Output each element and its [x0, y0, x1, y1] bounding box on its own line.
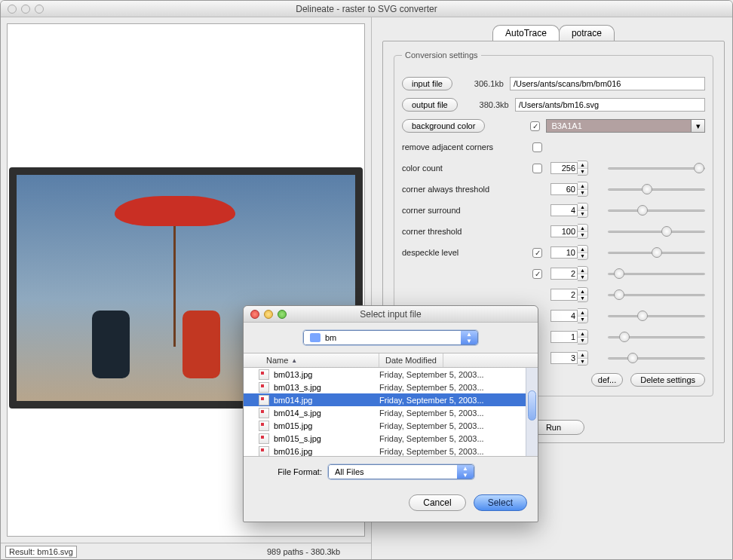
stepper-buttons[interactable]: ▲▼: [578, 245, 588, 260]
setting-label: corner always threshold: [402, 185, 526, 194]
background-color-checkbox[interactable]: [530, 121, 540, 131]
setting-value[interactable]: [551, 225, 578, 237]
setting-value[interactable]: [551, 183, 578, 195]
file-icon: [259, 382, 269, 393]
file-row[interactable]: bm016.jpgFriday, September 5, 2003...: [244, 445, 538, 457]
combo-arrows-icon[interactable]: ▲▼: [457, 465, 474, 479]
stepper-buttons[interactable]: ▲▼: [578, 287, 588, 302]
stepper-buttons[interactable]: ▲▼: [578, 161, 588, 176]
titlebar: Delineate - raster to SVG converter: [1, 1, 732, 17]
conversion-settings-legend: Conversion settings: [402, 50, 481, 60]
setting-value[interactable]: [551, 268, 578, 280]
file-name: bm013.jpg: [274, 370, 379, 379]
stepper-buttons[interactable]: ▲▼: [578, 266, 588, 281]
file-name: bm013_s.jpg: [274, 383, 379, 392]
file-date: Friday, September 5, 2003...: [379, 447, 484, 456]
file-row[interactable]: bm015_s.jpgFriday, September 5, 2003...: [244, 432, 538, 445]
output-file-button[interactable]: output file: [402, 98, 458, 112]
background-color-button[interactable]: background color: [402, 119, 485, 133]
window-title: Delineate - raster to SVG converter: [1, 4, 732, 14]
setting-value[interactable]: [551, 162, 578, 174]
paths-label: 989 paths - 380.3kb: [267, 547, 340, 556]
stepper-buttons[interactable]: ▲▼: [578, 203, 588, 218]
setting-checkbox[interactable]: [532, 248, 542, 258]
file-date: Friday, September 5, 2003...: [379, 409, 484, 418]
setting-value[interactable]: [551, 352, 578, 364]
input-path-field[interactable]: [510, 77, 705, 90]
tab-autotrace[interactable]: AutoTrace: [492, 25, 560, 41]
stepper-buttons[interactable]: ▲▼: [578, 308, 588, 323]
scrollbar-thumb[interactable]: [528, 390, 536, 421]
setting-slider[interactable]: [608, 268, 705, 280]
stepper-buttons[interactable]: ▲▼: [578, 329, 588, 344]
file-date: Friday, September 5, 2003...: [379, 383, 484, 392]
file-date: Friday, September 5, 2003...: [379, 434, 484, 443]
file-row[interactable]: bm014.jpgFriday, September 5, 2003...: [244, 393, 538, 406]
setting-checkbox[interactable]: [532, 142, 542, 152]
file-name: bm015.jpg: [274, 421, 379, 430]
tab-potrace[interactable]: potrace: [559, 25, 615, 41]
folder-combo[interactable]: bm ▲▼: [303, 330, 478, 345]
file-row[interactable]: bm014_s.jpgFriday, September 5, 2003...: [244, 406, 538, 419]
file-date: Friday, September 5, 2003...: [379, 370, 484, 379]
setting-label: remove adjacent corners: [402, 142, 526, 151]
setting-slider[interactable]: [608, 310, 705, 322]
setting-label: color count: [402, 164, 526, 173]
file-name: bm016.jpg: [274, 447, 379, 456]
background-color-field[interactable]: B3A1A1: [546, 119, 692, 133]
result-label: Result: bm16.svg: [5, 546, 77, 558]
setting-slider[interactable]: [608, 204, 705, 216]
output-size: 380.3kb: [464, 100, 509, 109]
file-icon: [259, 369, 269, 380]
file-format-combo[interactable]: All Files ▲▼: [328, 464, 474, 479]
cancel-button[interactable]: Cancel: [409, 494, 465, 511]
setting-slider[interactable]: [608, 225, 705, 237]
input-file-button[interactable]: input file: [402, 77, 452, 90]
scrollbar[interactable]: [526, 368, 538, 456]
column-name[interactable]: Name▲: [244, 353, 379, 367]
setting-checkbox[interactable]: [532, 269, 542, 279]
output-path-field[interactable]: [515, 98, 705, 112]
setting-value[interactable]: [551, 331, 578, 343]
column-date[interactable]: Date Modified: [379, 353, 443, 367]
file-dialog: Select input file bm ▲▼ Name▲ Date Modif…: [243, 305, 538, 522]
setting-slider[interactable]: [608, 289, 705, 301]
stepper-buttons[interactable]: ▲▼: [578, 224, 588, 239]
file-row[interactable]: bm013.jpgFriday, September 5, 2003...: [244, 368, 538, 381]
setting-value[interactable]: [551, 204, 578, 216]
file-list: bm013.jpgFriday, September 5, 2003...bm0…: [244, 368, 538, 457]
setting-value[interactable]: [551, 289, 578, 301]
tabs: AutoTrace potrace: [382, 25, 725, 41]
folder-name: bm: [325, 333, 336, 342]
file-row[interactable]: bm013_s.jpgFriday, September 5, 2003...: [244, 381, 538, 393]
file-icon: [259, 395, 269, 405]
setting-slider[interactable]: [608, 352, 705, 364]
file-format-value: All Files: [335, 467, 364, 476]
setting-slider[interactable]: [608, 162, 705, 174]
setting-label: corner threshold: [402, 227, 526, 236]
stepper-buttons[interactable]: ▲▼: [578, 350, 588, 366]
setting-value[interactable]: [551, 246, 578, 259]
delete-settings-button[interactable]: Delete settings: [630, 373, 705, 387]
setting-label: despeckle level: [402, 248, 526, 257]
dialog-title: Select input file: [244, 309, 538, 320]
file-name: bm014_s.jpg: [274, 409, 379, 418]
stepper-buttons[interactable]: ▲▼: [578, 182, 588, 197]
background-color-dropdown[interactable]: ▾: [692, 119, 705, 133]
file-row[interactable]: bm015.jpgFriday, September 5, 2003...: [244, 419, 538, 432]
setting-slider[interactable]: [608, 246, 705, 259]
setting-slider[interactable]: [608, 331, 705, 343]
file-date: Friday, September 5, 2003...: [379, 396, 484, 405]
setting-checkbox[interactable]: [532, 164, 542, 173]
setting-slider[interactable]: [608, 183, 705, 195]
file-icon: [259, 433, 269, 444]
select-button[interactable]: Select: [474, 494, 527, 511]
combo-arrows-icon[interactable]: ▲▼: [461, 331, 477, 344]
file-format-label: File Format:: [254, 467, 322, 476]
list-header: Name▲ Date Modified: [244, 353, 538, 368]
folder-icon: [310, 333, 320, 342]
setting-value[interactable]: [551, 310, 578, 322]
status-bar: Result: bm16.svg 989 paths - 380.3kb: [1, 543, 371, 559]
file-date: Friday, September 5, 2003...: [379, 421, 484, 430]
def-button[interactable]: def...: [591, 373, 623, 387]
